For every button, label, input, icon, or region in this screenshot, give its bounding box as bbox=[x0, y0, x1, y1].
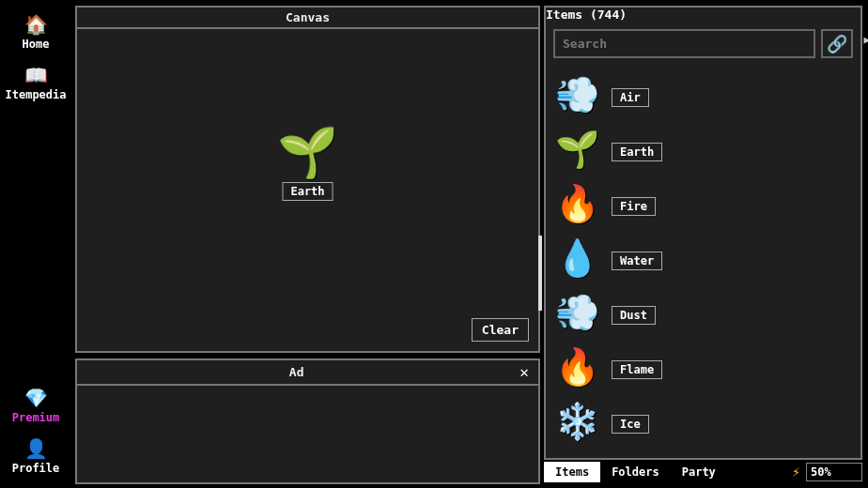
tab-folders[interactable]: Folders bbox=[600, 462, 671, 482]
close-icon[interactable]: ✕ bbox=[516, 363, 533, 381]
list-item[interactable]: 🔥Fire bbox=[553, 176, 853, 231]
list-item-label: Ice bbox=[612, 415, 649, 434]
list-item[interactable]: ❄️Ice bbox=[553, 394, 853, 449]
tab-party[interactable]: Party bbox=[671, 462, 727, 482]
list-item-label: Air bbox=[612, 88, 649, 107]
tabs: ItemsFoldersParty ⚡ 50% bbox=[544, 460, 862, 484]
canvas-panel: Canvas 🌱 Earth Clear bbox=[75, 6, 540, 353]
clear-button[interactable]: Clear bbox=[472, 318, 529, 342]
tab-items[interactable]: Items bbox=[544, 462, 600, 482]
canvas-item-label: Earth bbox=[282, 182, 333, 201]
item-list[interactable]: 💨Air🌱Earth🔥Fire💧Water💨Dust🔥Flame❄️Ice bbox=[546, 66, 860, 458]
list-item-label: Flame bbox=[612, 360, 662, 379]
canvas-item[interactable]: 🌱 Earth bbox=[277, 128, 338, 201]
list-item[interactable]: 💧Water bbox=[553, 231, 853, 285]
dust-icon: 💨 bbox=[553, 291, 600, 334]
book-icon: 📖 bbox=[24, 64, 48, 86]
fire-icon: 🔥 bbox=[553, 182, 600, 225]
sidebar-item-premium[interactable]: 💎 Premium bbox=[0, 381, 71, 432]
bolt-icon: ⚡ bbox=[788, 464, 804, 480]
list-item[interactable]: 💨Air bbox=[553, 68, 853, 122]
water-icon: 💧 bbox=[553, 236, 600, 280]
search-input[interactable] bbox=[553, 29, 815, 58]
chevron-right-icon[interactable]: ▶ bbox=[863, 34, 868, 46]
sidebar-item-label: Home bbox=[23, 38, 50, 51]
sidebar-item-itempedia[interactable]: 📖 Itempedia bbox=[0, 58, 71, 109]
divider-handle[interactable] bbox=[538, 236, 542, 311]
sidebar-item-label: Premium bbox=[12, 411, 60, 424]
list-item[interactable]: 🌱Earth bbox=[553, 122, 853, 176]
list-item[interactable]: 🔥Flame bbox=[553, 340, 853, 394]
ice-icon: ❄️ bbox=[553, 400, 600, 443]
person-icon: 👤 bbox=[24, 437, 48, 460]
earth-icon: 🌱 bbox=[553, 128, 600, 171]
home-icon: 🏠 bbox=[24, 13, 48, 36]
progress-percent: 50% bbox=[806, 463, 862, 481]
sidebar-item-label: Profile bbox=[12, 462, 60, 475]
items-panel: Items (744) 🔗 💨Air🌱Earth🔥Fire💧Water💨Dust… bbox=[544, 6, 862, 460]
list-item[interactable]: 💨Dust bbox=[553, 285, 853, 340]
shuffle-button[interactable]: 🔗 bbox=[821, 29, 853, 58]
main-column: Canvas 🌱 Earth Clear Ad ✕ bbox=[71, 0, 544, 488]
flame-icon: 🔥 bbox=[553, 345, 600, 389]
sidebar: 🏠 Home 📖 Itempedia 💎 Premium 👤 Profile bbox=[0, 0, 71, 488]
list-item-label: Fire bbox=[612, 197, 656, 216]
sidebar-item-home[interactable]: 🏠 Home bbox=[0, 8, 71, 58]
ad-panel: Ad ✕ bbox=[75, 358, 540, 484]
sidebar-item-profile[interactable]: 👤 Profile bbox=[0, 432, 71, 482]
air-icon: 💨 bbox=[553, 73, 600, 116]
link-icon: 🔗 bbox=[827, 34, 847, 53]
canvas-title: Canvas bbox=[77, 8, 538, 29]
items-title: Items (744) bbox=[546, 8, 860, 22]
right-column: ▶ Items (744) 🔗 💨Air🌱Earth🔥Fire💧Water💨Du… bbox=[544, 0, 868, 488]
sidebar-item-label: Itempedia bbox=[5, 88, 66, 101]
diamond-icon: 💎 bbox=[24, 387, 48, 409]
sprout-icon: 🌱 bbox=[277, 128, 338, 176]
list-item-label: Water bbox=[612, 252, 662, 270]
list-item-label: Earth bbox=[612, 143, 662, 161]
canvas-body[interactable]: 🌱 Earth Clear bbox=[77, 29, 538, 351]
ad-title: Ad bbox=[77, 362, 516, 382]
list-item-label: Dust bbox=[612, 306, 656, 325]
